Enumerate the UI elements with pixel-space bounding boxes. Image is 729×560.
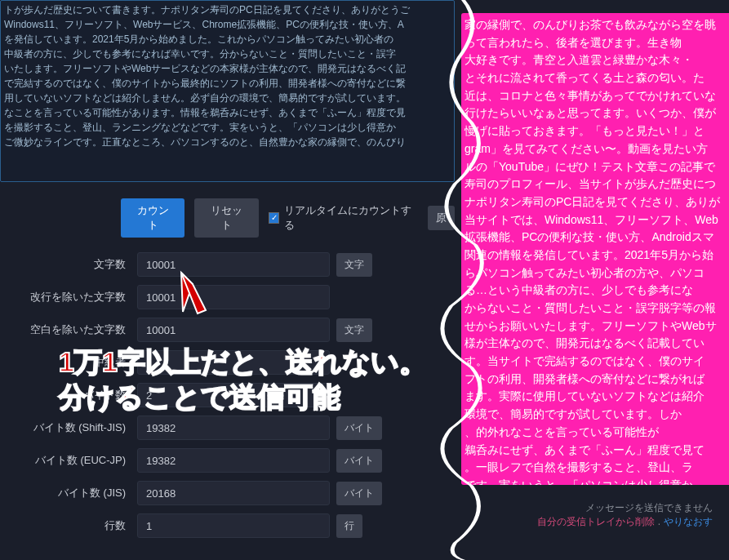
field-row: バイト数 (JIS) バイト — [0, 481, 455, 505]
delete-from-inbox-link[interactable]: 自分の受信トレイから削除 — [537, 516, 655, 527]
field-label: バイト数 — [0, 388, 137, 402]
field-label: バイト数 (JIS) — [0, 486, 137, 500]
field-label: 行数 — [0, 518, 137, 533]
field-row: 改行を除いた文字数 — [0, 285, 455, 309]
realtime-checkbox[interactable] — [269, 212, 280, 224]
send-error-text: メッセージを送信できません — [537, 501, 713, 515]
field-row: 行数 行 — [0, 513, 455, 538]
char-count-no-space-input[interactable] — [137, 318, 330, 342]
retry-link[interactable]: やりなおす — [664, 516, 713, 527]
fields-area: 文字数 文字 改行を除いた文字数 空白を除いた文字数 文字 中級者 バイト数 — [0, 252, 455, 538]
realtime-label: リアルタイムにカウントする — [284, 203, 418, 233]
field-unit: バイト — [336, 449, 382, 473]
field-row: 中級者 — [0, 350, 455, 375]
field-row: 文字数 文字 — [0, 252, 455, 277]
field-unit: バイト — [336, 482, 382, 505]
field-row: バイト数 (Shift-JIS) バイト — [0, 416, 455, 440]
field-row: 空白を除いた文字数 文字 — [0, 318, 455, 342]
original-button[interactable]: 原 — [428, 206, 455, 230]
field-row: バイト数 (EUC-JP) バイト — [0, 448, 455, 473]
field-row: バイト数 — [0, 383, 455, 407]
field-label: 空白を除いた文字数 — [0, 322, 137, 337]
field-unit: バイト — [336, 416, 382, 440]
description-textbox[interactable]: トが歩んだ歴史について書きます。ナポリタン寿司のPC日記を見てくださり、ありがと… — [0, 0, 455, 182]
char-count-no-newline-input[interactable] — [137, 285, 330, 309]
line-count-input[interactable] — [137, 513, 330, 538]
field-unit: 文字 — [336, 318, 372, 342]
byte-eucjp-input[interactable] — [137, 448, 330, 473]
field-label: 文字数 — [0, 257, 137, 272]
field-unit: 行 — [336, 514, 362, 538]
byte-sjis-input[interactable] — [137, 416, 330, 440]
reset-button[interactable]: リセット — [194, 198, 258, 238]
byte-count-input[interactable] — [137, 383, 330, 407]
separator-dot: . — [658, 516, 660, 527]
field-label: バイト数 (EUC-JP) — [0, 453, 137, 468]
message-content-selected[interactable]: 家の縁側で、のんびりお茶でも飲みながら空を眺 って言われたら、後者を選びます。生… — [461, 13, 729, 485]
field-label: バイト数 (Shift-JIS) — [0, 420, 137, 435]
action-row: カウント リセット リアルタイムにカウントする 原 — [0, 193, 455, 252]
mid-input[interactable] — [137, 350, 330, 375]
field-label: 中級者 — [0, 355, 137, 370]
field-label: 改行を除いた文字数 — [0, 290, 137, 304]
realtime-checkbox-row[interactable]: リアルタイムにカウントする — [269, 203, 418, 233]
char-count-input[interactable] — [137, 252, 330, 277]
count-button[interactable]: カウント — [121, 198, 184, 238]
byte-jis-input[interactable] — [137, 481, 330, 505]
field-unit: 文字 — [336, 253, 372, 277]
send-status: メッセージを送信できません 自分の受信トレイから削除.やりなおす — [537, 501, 713, 529]
